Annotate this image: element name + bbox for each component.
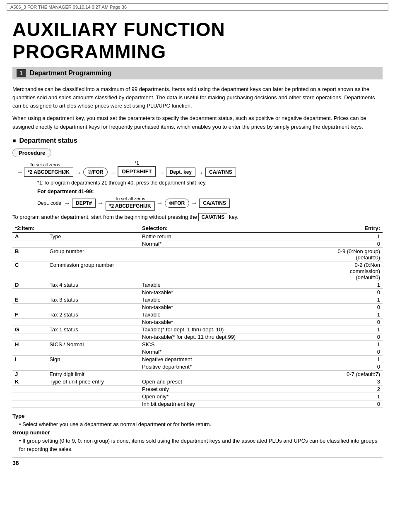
table-cell-selection: Positive department* — [140, 363, 325, 370]
table-cell-letter — [12, 333, 47, 340]
table-cell-selection: Non-taxable(* for dept. 11 thru dept.99) — [140, 333, 325, 340]
table-cell-letter: K — [12, 378, 47, 385]
table-cell-selection: Taxable(* for dept. 1 thru dept. 10) — [140, 326, 325, 333]
program-note-text: To program another department, start fro… — [12, 214, 198, 220]
table-cell-item — [47, 400, 140, 407]
table-cell-entry: 0 — [325, 288, 383, 296]
page-footer: 36 — [12, 458, 383, 466]
flow-box-for2: ®/FOR — [165, 199, 190, 208]
flow-box-caatns2: CA/AT/NS — [199, 199, 230, 208]
table-cell-item — [47, 318, 140, 326]
dept41-flow: Dept. code → DEPT# To set all zeros *2 A… — [37, 196, 383, 211]
table-cell-entry: 0 — [325, 240, 383, 247]
body-paragraph-1: Merchandise can be classified into a max… — [12, 85, 383, 110]
table-cell-letter — [12, 288, 47, 296]
table-cell-item — [47, 288, 140, 296]
table-row: DTax 4 statusTaxable1 — [12, 281, 383, 288]
table-header-col1: *2:Item: — [12, 224, 47, 232]
table-cell-item: Entry digit limit — [47, 370, 140, 378]
table-cell-item — [47, 363, 140, 370]
table-row: JEntry digit limit0-7 (default:7) — [12, 370, 383, 378]
note-heading: Type — [12, 412, 383, 420]
arrow3 — [156, 169, 166, 177]
flow-box-abcdefghijk: *2 ABCDEFGHIJK — [24, 168, 73, 177]
table-cell-entry: 1 — [325, 340, 383, 348]
table-cell-letter: C — [12, 261, 47, 281]
subsection-title-text: Department status — [19, 137, 77, 144]
table-cell-item: SICS / Normal — [47, 340, 140, 348]
table-cell-item: Tax 4 status — [47, 281, 140, 288]
dept41-title: For department 41-99: — [37, 188, 383, 194]
flow-box-depthash: DEPT# — [72, 199, 96, 208]
table-row: Normal*0 — [12, 348, 383, 355]
table-cell-entry: 0 — [325, 333, 383, 340]
arrow4 — [195, 169, 205, 177]
deptshift-area: *1 DEPTSHIFT — [118, 161, 156, 177]
table-cell-entry: 0-7 (default:7) — [325, 370, 383, 378]
table-cell-selection: Preset only — [140, 385, 325, 393]
table-header-col2: Selection: — [140, 224, 325, 232]
table-row: BGroup number0-9 (0:Non group)(default:0… — [12, 247, 383, 261]
table-row: Inhibit department key0 — [12, 400, 383, 407]
table-cell-letter: F — [12, 311, 47, 318]
table-row: Non-taxable*0 — [12, 288, 383, 296]
table-header-col1b — [47, 224, 140, 232]
table-cell-selection: Non-taxable* — [140, 303, 325, 311]
table-cell-entry: 1 — [325, 326, 383, 333]
table-row: ISignNegative department1 — [12, 355, 383, 363]
table-cell-entry: 1 — [325, 281, 383, 288]
table-cell-letter — [12, 240, 47, 247]
table-row: FTax 2 statusTaxable1 — [12, 311, 383, 318]
table-cell-entry: 0-2 (0:Non commission)(default:0) — [325, 261, 383, 281]
table-row: Preset only2 — [12, 385, 383, 393]
table-cell-entry: 1 — [325, 311, 383, 318]
table-row: ATypeBottle return1 — [12, 232, 383, 240]
table-row: CCommission group number0-2 (0:Non commi… — [12, 261, 383, 281]
arrow-d1 — [96, 199, 106, 207]
table-cell-entry: 0-9 (0:Non group)(default:0) — [325, 247, 383, 261]
table-row: ETax 3 statusTaxable1 — [12, 296, 383, 303]
table-cell-entry: 3 — [325, 378, 383, 385]
items-table: *2:Item: Selection: Entry: ATypeBottle r… — [12, 224, 383, 408]
table-cell-selection: Taxable — [140, 311, 325, 318]
table-cell-entry: 0 — [325, 400, 383, 407]
table-cell-entry: 1 — [325, 355, 383, 363]
procedure-badge: Procedure — [12, 149, 51, 157]
arrow-d3 — [189, 199, 199, 207]
table-cell-selection: Taxable — [140, 281, 325, 288]
main-title: AUXILIARY FUNCTION PROGRAMMING — [12, 18, 383, 63]
program-note: To program another department, start fro… — [12, 214, 383, 220]
table-cell-item: Tax 1 status — [47, 326, 140, 333]
table-cell-item: Tax 2 status — [47, 311, 140, 318]
table-cell-entry: 0 — [325, 303, 383, 311]
flow-box-for1: ®/FOR — [83, 168, 108, 177]
table-cell-item — [47, 333, 140, 340]
flow-box2-group41: To set all zeros *2 ABCDEFGHIJK — [106, 196, 155, 211]
table-cell-item — [47, 348, 140, 355]
section-title: Department Programming — [30, 69, 111, 77]
table-row: Non-taxable*0 — [12, 303, 383, 311]
table-cell-item: Commission group number — [47, 261, 140, 281]
procedure-area: Procedure To set all zeros → *2 ABCDEFGH… — [12, 149, 383, 177]
table-cell-letter: G — [12, 326, 47, 333]
table-cell-letter: B — [12, 247, 47, 261]
table-cell-letter — [12, 385, 47, 393]
table-cell-letter: I — [12, 355, 47, 363]
table-cell-selection: Normal* — [140, 348, 325, 355]
table-cell-selection: Open only* — [140, 393, 325, 400]
table-cell-selection: Inhibit department key — [140, 400, 325, 407]
table-cell-letter — [12, 303, 47, 311]
table-cell-letter: J — [12, 370, 47, 378]
table-cell-selection: Non-taxable* — [140, 318, 325, 326]
table-cell-entry: 1 — [325, 393, 383, 400]
table-cell-entry: 1 — [325, 232, 383, 240]
note-heading: Group number — [12, 429, 383, 437]
table-row: Normal*0 — [12, 240, 383, 247]
table-cell-entry: 1 — [325, 296, 383, 303]
note-item: • Select whether you use a department as… — [19, 420, 383, 429]
table-cell-letter: D — [12, 281, 47, 288]
table-cell-item — [47, 393, 140, 400]
table-cell-letter — [12, 400, 47, 407]
table-cell-item — [47, 240, 140, 247]
table-cell-item: Group number — [47, 247, 140, 261]
